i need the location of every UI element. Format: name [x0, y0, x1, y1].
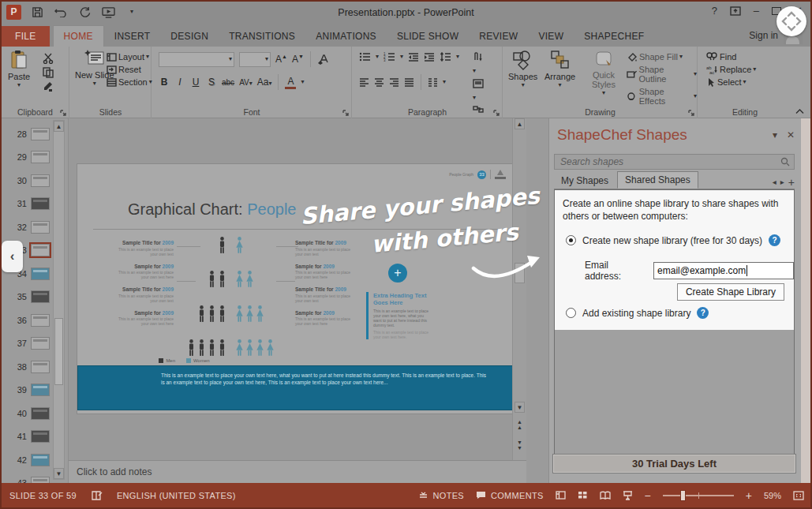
slide-thumbnail-35[interactable]: 35: [2, 286, 52, 309]
font-name-combo[interactable]: ▾: [159, 52, 234, 67]
align-text-icon[interactable]: ▾: [473, 79, 484, 103]
reading-view-icon[interactable]: [600, 491, 611, 500]
paste-button[interactable]: Paste▾: [8, 50, 30, 88]
slide-thumbnail-32[interactable]: 32: [2, 215, 52, 239]
editor-scroll-down[interactable]: ▼: [515, 402, 525, 413]
normal-view-icon[interactable]: [556, 491, 566, 500]
editor-scroll-up[interactable]: ▲: [515, 118, 525, 129]
fit-to-window-icon[interactable]: [793, 491, 804, 500]
thumbnail-image[interactable]: [31, 430, 50, 443]
reset-button[interactable]: Reset: [107, 65, 152, 74]
tab-animations[interactable]: ANIMATIONS: [305, 26, 387, 47]
next-slide-button[interactable]: ▼▼: [515, 440, 525, 451]
thumbnail-image[interactable]: [31, 454, 50, 466]
slideshow-view-icon[interactable]: [623, 491, 633, 500]
strikethrough-icon[interactable]: abc: [222, 78, 234, 87]
tab-home[interactable]: HOME: [53, 25, 104, 47]
slide-thumbnail-30[interactable]: 30: [2, 169, 52, 193]
thumbnail-image[interactable]: [31, 174, 50, 187]
select-button[interactable]: Select▾: [706, 77, 756, 87]
tab-view[interactable]: VIEW: [528, 26, 574, 47]
text-direction-icon[interactable]: ▾: [473, 52, 484, 76]
radio-add-existing[interactable]: Add existing shape library ?: [566, 307, 709, 319]
shapes-button[interactable]: Shapes▾: [508, 50, 537, 88]
thumbnail-image[interactable]: [31, 221, 50, 234]
columns-icon[interactable]: [428, 78, 438, 87]
slide-thumbnail-36[interactable]: 36: [2, 309, 52, 332]
character-spacing-icon[interactable]: AV▾: [239, 78, 253, 87]
slide-thumbnail-42[interactable]: 42: [2, 448, 52, 472]
tab-review[interactable]: REVIEW: [469, 26, 528, 47]
search-input[interactable]: [559, 155, 780, 168]
shape-search-box[interactable]: [554, 154, 795, 170]
align-right-icon[interactable]: [389, 78, 399, 87]
thumbnail-scrollbar[interactable]: ▲ ▼: [53, 120, 65, 480]
grow-font-icon[interactable]: A▲: [275, 54, 287, 65]
create-shape-library-button[interactable]: Create Shape Library: [677, 283, 784, 301]
thumbnail-image[interactable]: [31, 314, 50, 327]
thumbnail-image[interactable]: [31, 384, 50, 396]
editor-scrollbar[interactable]: ▲ ▼ ▲▲ ▼▼: [512, 118, 526, 460]
shape-fill-button[interactable]: Shape Fill▾: [627, 52, 697, 62]
scroll-up-arrow[interactable]: ▲: [54, 121, 64, 132]
justify-icon[interactable]: [404, 78, 414, 87]
tab-design[interactable]: DESIGN: [160, 26, 219, 47]
thumbnail-image[interactable]: [31, 268, 50, 280]
slide-thumbnail-37[interactable]: 37: [2, 332, 52, 356]
bullets-icon[interactable]: [359, 52, 371, 62]
section-button[interactable]: Section▾: [107, 77, 152, 87]
thumbnail-image[interactable]: [31, 407, 50, 420]
numbering-icon[interactable]: 123: [384, 52, 395, 62]
thumbnail-image[interactable]: [31, 244, 50, 256]
panel-close-icon[interactable]: ✕: [787, 129, 795, 140]
slide-sorter-view-icon[interactable]: [578, 491, 588, 500]
shrink-font-icon[interactable]: A▼: [292, 54, 304, 65]
tab-scroll-right-icon[interactable]: ▸: [780, 178, 784, 186]
slide-thumbnail-41[interactable]: 41: [2, 425, 52, 449]
align-center-icon[interactable]: [374, 78, 384, 87]
arrange-button[interactable]: Arrange▾: [544, 50, 575, 88]
slide-thumbnail-31[interactable]: 31: [2, 193, 52, 216]
minimize-button[interactable]: –: [754, 5, 759, 17]
change-case-icon[interactable]: Aa▾: [257, 77, 272, 88]
tab-shared-shapes[interactable]: Shared Shapes: [617, 171, 698, 189]
replace-button[interactable]: abac Replace▾: [706, 65, 756, 74]
trial-days-button[interactable]: 30 Trial Days Left: [552, 454, 796, 473]
add-tab-icon[interactable]: +: [788, 178, 795, 186]
slide-thumbnail-39[interactable]: 39: [2, 379, 52, 402]
tab-transitions[interactable]: TRANSITIONS: [219, 26, 305, 47]
radio-create-new[interactable]: Create new shape library (free for 30 da…: [566, 234, 780, 246]
cut-icon[interactable]: [43, 53, 54, 64]
email-input[interactable]: email@example.com: [653, 262, 794, 279]
decrease-indent-icon[interactable]: [408, 52, 419, 62]
layout-button[interactable]: Layout▾: [107, 52, 152, 62]
zoom-in-icon[interactable]: +: [746, 489, 752, 502]
slide-thumbnail-29[interactable]: 29: [2, 146, 52, 170]
copy-icon[interactable]: [43, 67, 54, 78]
font-size-combo[interactable]: ▾: [239, 52, 271, 67]
thumbnail-image[interactable]: [31, 361, 50, 373]
editor-scroll-thumb[interactable]: [515, 263, 525, 283]
thumbnail-image[interactable]: [31, 128, 50, 140]
find-button[interactable]: Find: [706, 52, 756, 62]
text-shadow-icon[interactable]: S: [206, 77, 217, 88]
font-dialog-launcher[interactable]: [342, 110, 349, 116]
language-indicator[interactable]: ENGLISH (UNITED STATES): [117, 491, 236, 500]
notes-toggle[interactable]: NOTES: [418, 491, 464, 500]
line-spacing-icon[interactable]: [440, 52, 451, 62]
thumbnail-image[interactable]: [31, 290, 50, 303]
collapse-pane-chip[interactable]: ‹: [2, 241, 23, 272]
underline-icon[interactable]: U: [190, 77, 201, 88]
tab-shapechef[interactable]: SHAPECHEF: [574, 26, 654, 47]
increase-indent-icon[interactable]: [424, 52, 435, 62]
thumbnail-image[interactable]: [31, 197, 50, 210]
help-existing-icon[interactable]: ?: [697, 307, 709, 319]
font-color-icon[interactable]: A: [285, 76, 296, 89]
radio-selected-icon[interactable]: [566, 235, 576, 245]
tab-slideshow[interactable]: SLIDE SHOW: [387, 26, 469, 47]
thumbnail-image[interactable]: [31, 151, 50, 163]
tab-insert[interactable]: INSERT: [104, 26, 161, 47]
radio-unselected-icon[interactable]: [566, 308, 576, 318]
quick-styles-button[interactable]: Quick Styles▾: [587, 50, 620, 95]
align-left-icon[interactable]: [359, 78, 369, 87]
